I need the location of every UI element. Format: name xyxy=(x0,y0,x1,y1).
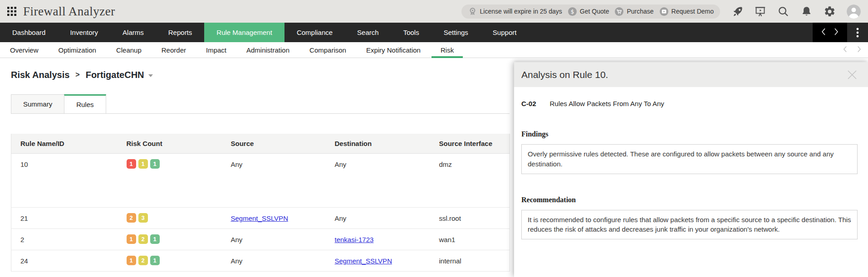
subnav-item-administration[interactable]: Administration xyxy=(236,42,299,58)
risk-badge-yellow[interactable]: 2 xyxy=(138,234,148,244)
request-demo-button[interactable]: Request Demo xyxy=(659,7,714,16)
nav-item-dashboard[interactable]: Dashboard xyxy=(0,23,58,42)
destination-cell: tenkasi-1723 xyxy=(326,229,430,250)
findings-box: Overly permissive rules detected. These … xyxy=(521,144,858,174)
subnav-item-comparison[interactable]: Comparison xyxy=(299,42,356,58)
nav-item-search[interactable]: Search xyxy=(345,23,391,42)
rule-management-subnav: Overview Optimization Cleanup Reorder Im… xyxy=(0,42,868,58)
nav-item-rule-management[interactable]: Rule Management xyxy=(204,23,284,42)
source-cell: Any xyxy=(222,250,326,272)
header-right-cluster: License will expire in 25 days $ Get Quo… xyxy=(461,5,861,19)
nav-item-reports[interactable]: Reports xyxy=(156,23,205,42)
nav-overflow-kebab-icon[interactable] xyxy=(847,23,868,42)
risk-badge-yellow[interactable]: 3 xyxy=(138,213,148,223)
subnav-scroll-left-icon[interactable] xyxy=(843,46,848,54)
column-destination[interactable]: Destination xyxy=(326,134,430,154)
risk-badge-green[interactable]: 1 xyxy=(150,159,160,169)
rule-id-cell: 10 xyxy=(11,154,118,208)
whats-new-rocket-icon[interactable] xyxy=(731,5,743,18)
subnav-item-overview[interactable]: Overview xyxy=(0,42,49,58)
risk-badge-orange[interactable]: 1 xyxy=(127,256,136,265)
risk-badge-yellow[interactable]: 2 xyxy=(138,256,148,265)
breadcrumb-section[interactable]: Risk Analysis xyxy=(11,70,69,80)
destination-link[interactable]: Segment_SSLVPN xyxy=(335,257,392,265)
table-row[interactable]: 2123Segment_SSLVPNAnyssl.root xyxy=(11,208,510,229)
purchase-label: Purchase xyxy=(627,8,653,15)
device-selector[interactable]: FortigateCHN xyxy=(86,70,153,80)
table-row[interactable]: 2121Anytenkasi-1723wan1 xyxy=(11,229,510,250)
risk-badge-orange[interactable]: 1 xyxy=(127,234,136,244)
risk-badge-green[interactable]: 1 xyxy=(150,234,160,244)
risk-count-cell: 111 xyxy=(118,154,222,208)
search-icon[interactable] xyxy=(777,5,790,18)
risk-heading: Rules Allow Packets From Any To Any xyxy=(550,100,664,107)
source-interface-cell: ssl.root xyxy=(430,208,510,229)
subnav-item-cleanup[interactable]: Cleanup xyxy=(106,42,152,58)
column-source[interactable]: Source xyxy=(222,134,326,154)
nav-item-alarms[interactable]: Alarms xyxy=(110,23,156,42)
risk-badge-red[interactable]: 1 xyxy=(127,159,136,169)
apps-grid-icon[interactable] xyxy=(7,7,16,16)
user-avatar[interactable] xyxy=(847,5,861,19)
request-demo-label: Request Demo xyxy=(672,8,714,15)
rules-table: Rule Name/ID Risk Count Source Destinati… xyxy=(11,134,510,272)
nav-scroll-right-icon[interactable] xyxy=(834,28,839,37)
risk-badge-green[interactable]: 1 xyxy=(150,256,160,265)
risk-code: C-02 xyxy=(521,100,536,107)
source-interface-cell: dmz xyxy=(430,154,510,208)
dollar-icon: $ xyxy=(568,7,577,16)
subnav-scroll-right-icon[interactable] xyxy=(857,46,862,54)
device-name: FortigateCHN xyxy=(86,70,144,80)
destination-link[interactable]: tenkasi-1723 xyxy=(335,236,374,243)
subnav-item-reorder[interactable]: Reorder xyxy=(152,42,196,58)
nav-item-compliance[interactable]: Compliance xyxy=(284,23,345,42)
risk-code-row: C-02 Rules Allow Packets From Any To Any xyxy=(521,100,858,107)
nav-item-settings[interactable]: Settings xyxy=(432,23,481,42)
column-risk-count[interactable]: Risk Count xyxy=(118,134,222,154)
risk-count-cell: 121 xyxy=(118,229,222,250)
rules-table-body: 10111AnyAnydmz2123Segment_SSLVPNAnyssl.r… xyxy=(11,154,510,272)
subnav-scroll-controls xyxy=(843,42,868,58)
source-link[interactable]: Segment_SSLVPN xyxy=(231,214,288,222)
purchase-button[interactable]: Purchase xyxy=(614,7,653,16)
license-expiry[interactable]: License will expire in 25 days xyxy=(468,7,562,16)
demo-play-icon xyxy=(659,7,669,16)
rule-id-cell: 21 xyxy=(11,208,118,229)
notifications-bell-icon[interactable] xyxy=(800,5,813,18)
nav-item-tools[interactable]: Tools xyxy=(391,23,432,42)
column-rule-name-id[interactable]: Rule Name/ID xyxy=(11,134,118,154)
column-source-interface[interactable]: Source Interface xyxy=(430,134,510,154)
table-row[interactable]: 24121AnySegment_SSLVPNinternal xyxy=(11,250,510,272)
source-cell: Any xyxy=(222,154,326,208)
nav-item-support[interactable]: Support xyxy=(481,23,529,42)
risk-badge-orange[interactable]: 2 xyxy=(127,213,136,223)
analysis-panel-title: Analysis on Rule 10. xyxy=(521,69,608,80)
nav-scroll-left-icon[interactable] xyxy=(821,28,826,37)
settings-gear-icon[interactable] xyxy=(824,5,836,18)
analysis-panel-header: Analysis on Rule 10. xyxy=(514,62,868,87)
rule-id-cell: 24 xyxy=(11,250,118,272)
presentation-demo-icon[interactable] xyxy=(754,5,766,18)
tab-summary[interactable]: Summary xyxy=(11,94,64,113)
nav-scroll-box xyxy=(813,23,847,42)
firewall-analyzer-app: Firewall Analyzer License will expire in… xyxy=(0,0,868,277)
risk-badge-yellow[interactable]: 1 xyxy=(138,159,148,169)
nav-item-inventory[interactable]: Inventory xyxy=(58,23,110,42)
findings-label: Findings xyxy=(521,130,858,138)
breadcrumb-separator: > xyxy=(75,71,79,79)
table-row[interactable]: 10111AnyAnydmz xyxy=(11,154,510,208)
subnav-item-risk[interactable]: Risk xyxy=(431,42,464,58)
main-nav: Dashboard Inventory Alarms Reports Rule … xyxy=(0,23,868,42)
risk-count-cell: 121 xyxy=(118,250,222,272)
license-medal-icon xyxy=(468,7,477,16)
cart-icon xyxy=(614,7,624,16)
get-quote-button[interactable]: $ Get Quote xyxy=(568,7,609,16)
tab-rules[interactable]: Rules xyxy=(64,94,106,113)
risk-count-cell: 23 xyxy=(118,208,222,229)
destination-cell: Any xyxy=(326,154,430,208)
subnav-item-impact[interactable]: Impact xyxy=(196,42,236,58)
subnav-item-expiry-notification[interactable]: Expiry Notification xyxy=(356,42,431,58)
destination-cell: Any xyxy=(326,208,430,229)
close-icon[interactable] xyxy=(846,69,858,81)
subnav-item-optimization[interactable]: Optimization xyxy=(49,42,106,58)
